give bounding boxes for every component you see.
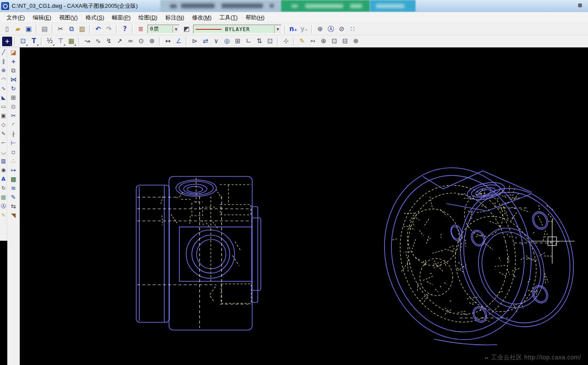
block-tool-button[interactable]: ▤ — [0, 193, 7, 201]
rounded-rect-tool-button[interactable]: ▭ — [0, 102, 7, 111]
spline-tool-button[interactable]: ∿ — [0, 84, 7, 93]
angle-dimension-button[interactable]: ∨ — [211, 37, 221, 46]
zoom-dynamic-button[interactable]: ⊕ — [319, 37, 328, 46]
block-insert-tool-button[interactable]: ▩ — [8, 175, 19, 183]
chevron-down-icon[interactable]: ▼ — [172, 25, 179, 33]
explode-tool-button[interactable]: ∴ — [8, 157, 19, 165]
cut-button[interactable]: ✂ — [56, 25, 66, 34]
text-tool-button[interactable]: A — [0, 175, 7, 183]
menu-paper[interactable]: 幅面(P) — [108, 13, 134, 23]
region-tool-button[interactable]: ◉ — [0, 166, 7, 174]
cloud-line-button[interactable]: ≈ — [125, 37, 135, 46]
roughness-symbol-button[interactable]: ◎ — [222, 37, 232, 46]
background-browser-toolbar-teal[interactable] — [370, 0, 416, 12]
trim-tool-button[interactable]: ✂ — [8, 111, 19, 120]
spline-leader-button[interactable]: ↝ — [82, 37, 92, 46]
zoom-previous-button[interactable]: ⊗ — [351, 37, 361, 46]
ruler-tool-button[interactable]: ⊹ — [281, 37, 291, 46]
arc3-tool-button[interactable]: ◡ — [0, 148, 7, 156]
title-bar[interactable]: C:\NT_03_CG1.dwg - CAXA电子图板2005(企业版) — [0, 0, 588, 13]
dimension-inspect-button[interactable]: ⊡ — [265, 37, 275, 46]
coordinate-dimension-button[interactable]: ∠ — [174, 37, 184, 46]
menu-tools[interactable]: 工具(T) — [216, 13, 242, 23]
balloon-mark-button[interactable]: ⊙ — [136, 37, 146, 46]
extend-tool-button[interactable]: ⊢ — [8, 138, 19, 147]
break-tool-button[interactable]: ∤ — [8, 129, 19, 138]
clip-box-tool-button[interactable]: ▫ — [8, 148, 19, 156]
array-tool-button[interactable]: ⊞ — [8, 93, 19, 102]
layer-stack-button[interactable]: ≣ — [136, 25, 146, 34]
zoom-window-button[interactable]: ⊡ — [329, 37, 339, 46]
background-browser-toolbar-green[interactable] — [281, 0, 370, 12]
paste-button[interactable]: ▥ — [77, 25, 87, 34]
menu-edit[interactable]: 编辑(E) — [29, 13, 55, 23]
dim-style-button[interactable]: ⊘ — [337, 25, 347, 34]
new-file-button[interactable]: ▯ — [2, 25, 12, 34]
text-box-button[interactable]: T — [29, 37, 39, 46]
help-button[interactable]: ? — [120, 25, 130, 34]
parallel-line-tool-button[interactable]: ∥ — [0, 57, 7, 66]
linetype-combo[interactable]: BYLAYER▼ — [193, 25, 281, 34]
chevron-down-icon[interactable]: ▼ — [274, 25, 281, 33]
wavy-line-button[interactable]: ∿ — [93, 37, 103, 46]
corner-tool-button[interactable]: ⌐ — [0, 138, 7, 147]
pick-filter-button[interactable]: ⊕ — [315, 25, 325, 34]
pick-rotate-tool-button[interactable]: ↻ — [0, 184, 7, 192]
polygon-tool-button[interactable]: ◇ — [0, 120, 7, 129]
fraction-text-button[interactable]: ½ — [45, 37, 55, 46]
menu-modify[interactable]: 修改(M) — [188, 13, 216, 23]
undo-button[interactable]: ↶ — [93, 25, 103, 34]
fit-tolerance-button[interactable]: ⇄ — [200, 37, 210, 46]
menu-view[interactable]: 视图(V) — [55, 13, 81, 23]
circle-tool-button[interactable]: ⊕ — [0, 66, 7, 75]
zoom-page-button[interactable]: ⊟ — [340, 37, 350, 46]
background-browser-tab[interactable] — [160, 0, 281, 12]
copy-button[interactable]: ⧉ — [66, 25, 76, 34]
stretch-tool-button[interactable]: ↦ — [8, 166, 19, 174]
tolerance-dimension-button[interactable]: ⊳ — [190, 37, 200, 46]
datum-frame-button[interactable]: ⊞ — [233, 37, 243, 46]
hatch-tool-button[interactable]: ▨ — [0, 157, 7, 165]
redo-button[interactable]: ↷ — [104, 25, 114, 34]
solid-fill-tool-button[interactable]: ◣ — [0, 93, 7, 102]
menu-draw[interactable]: 绘图(D) — [134, 13, 161, 23]
block-attrib-tool-button[interactable]: Ⓐ — [0, 202, 7, 211]
zoom-fit-button[interactable]: ＋ — [2, 37, 12, 46]
snap-mode-button[interactable]: y₊ — [299, 25, 309, 34]
rotate-tool-button[interactable]: ↻ — [8, 84, 19, 93]
layer-settings-button[interactable]: ◩ — [181, 25, 191, 34]
copy-image-tool-button[interactable]: ⧉ — [8, 66, 19, 75]
fillet-tool-button[interactable]: ◜ — [8, 120, 19, 129]
mirror-tool-button[interactable]: ⋈ — [8, 75, 19, 84]
menu-format[interactable]: 格式(S) — [81, 13, 108, 23]
edit-pencil-button[interactable]: ✎ — [297, 37, 307, 46]
arrow-leader-button[interactable]: ↗ — [115, 37, 125, 46]
menu-dimension[interactable]: 标注(N) — [161, 13, 188, 23]
drawing-canvas[interactable] — [20, 47, 588, 365]
match-brush-tool-button[interactable]: ◥ — [8, 211, 19, 220]
block-edit-tool-button[interactable]: ✎ — [0, 211, 7, 220]
save-file-button[interactable]: ▣ — [24, 25, 34, 34]
leader-note-button[interactable]: ∟ — [244, 37, 253, 46]
text-style-button[interactable]: Ⓐ — [326, 25, 336, 34]
erase-tool-button[interactable]: ◪ — [8, 48, 19, 57]
copy-tool-button[interactable]: ⧉ — [8, 102, 19, 111]
arc-tool-button[interactable]: ◠ — [0, 75, 7, 84]
rectangle-tool-button[interactable]: ▣ — [0, 111, 7, 120]
display-window-button[interactable]: ⊡ — [18, 37, 28, 46]
dim-update-tool-button[interactable]: ⇆ — [8, 202, 19, 211]
point-style-button[interactable]: ∷ — [347, 25, 357, 34]
sketch-hand-button[interactable]: ∾ — [308, 37, 318, 46]
open-file-button[interactable]: ▰ — [13, 25, 23, 34]
print-button[interactable]: ▤ — [40, 25, 50, 34]
line-tool-button[interactable]: ╱ — [0, 48, 7, 57]
menu-file[interactable]: 文件(F) — [3, 13, 29, 23]
dim-edit-tool-button[interactable]: ✎ — [8, 193, 19, 201]
datum-symbol-button[interactable]: ⇅ — [254, 37, 264, 46]
overlay-tool-button[interactable]: ≋ — [8, 184, 19, 192]
sketch-tool-button[interactable]: ✎ — [0, 129, 7, 138]
center-mark-button[interactable]: ⊕ — [147, 37, 157, 46]
table-edit-button[interactable]: ▦ — [66, 37, 76, 46]
menu-help[interactable]: 帮助(H) — [241, 13, 268, 23]
zigzag-leader-button[interactable]: ↯ — [104, 37, 114, 46]
